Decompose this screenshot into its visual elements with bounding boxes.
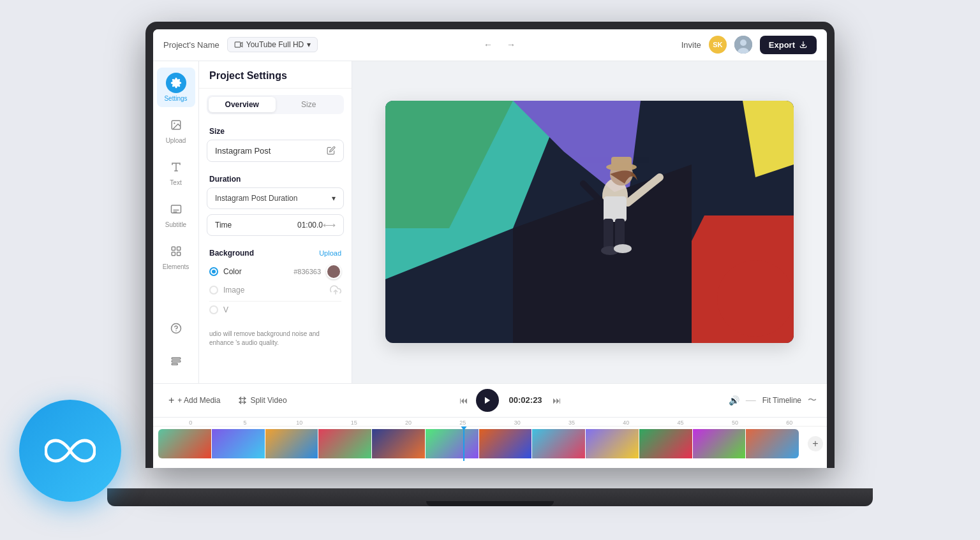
image-radio[interactable]	[209, 286, 218, 295]
format-label: YouTube Full HD	[246, 40, 304, 49]
help-icon-wrapper	[166, 318, 186, 339]
thumb-3	[265, 429, 318, 458]
video-option[interactable]: V	[209, 305, 341, 314]
svg-point-2	[740, 40, 746, 46]
chevron-down-icon: ▾	[307, 40, 311, 49]
svg-rect-10	[172, 247, 175, 250]
split-icon	[238, 396, 247, 405]
preview-canvas	[385, 101, 794, 343]
sidebar-item-history[interactable]	[157, 346, 195, 377]
background-section: Background Upload Color #836363	[199, 244, 352, 326]
timeline-ruler: 0 5 10 15 20 25 30 35 40 45 50 60	[153, 418, 827, 427]
split-video-label: Split Video	[250, 396, 286, 405]
thumb-8	[532, 429, 585, 458]
bg-header: Background Upload	[209, 249, 341, 258]
play-button[interactable]	[476, 389, 499, 412]
thumb-1	[158, 429, 211, 458]
duration-value: Instagram Post Duration	[215, 194, 297, 203]
format-selector[interactable]: YouTube Full HD ▾	[227, 37, 318, 52]
svg-rect-34	[604, 219, 613, 251]
svg-rect-15	[172, 358, 181, 359]
sidebar-item-upload[interactable]: Upload	[157, 110, 195, 149]
app-header: Project's Name YouTube Full HD ▾	[153, 29, 827, 61]
subtitle-icon-wrapper	[166, 199, 186, 219]
sidebar-settings-label: Settings	[164, 95, 187, 102]
export-button[interactable]: Export	[760, 36, 817, 54]
color-swatch[interactable]	[326, 264, 341, 279]
link-icon: ⟷	[323, 220, 336, 230]
playhead[interactable]	[463, 427, 464, 461]
video-icon	[234, 40, 243, 49]
bg-upload-button[interactable]: Upload	[319, 249, 341, 257]
svg-point-6	[174, 122, 175, 124]
settings-panel: Project Settings Overview Size Size Inst…	[199, 61, 352, 383]
video-preview	[385, 101, 794, 343]
sidebar-subtitle-label: Subtitle	[165, 221, 186, 228]
elements-icon	[170, 245, 182, 257]
color-radio[interactable]	[209, 267, 218, 276]
color-option[interactable]: Color #836363	[209, 264, 341, 279]
svg-rect-17	[172, 363, 177, 365]
duration-section-label: Duration	[199, 168, 352, 187]
history-icon-wrapper	[166, 351, 186, 372]
settings-panel-header: Project Settings	[199, 61, 352, 89]
sidebar-item-text[interactable]: Text	[157, 152, 195, 191]
sidebar-item-subtitle[interactable]: Subtitle	[157, 194, 195, 233]
time-input[interactable]: Time 01:00.0 ⟷	[207, 214, 344, 236]
text-icon	[170, 161, 182, 173]
user-photo	[734, 36, 752, 54]
pencil-icon	[327, 146, 336, 155]
svg-point-25	[717, 260, 794, 337]
tab-overview[interactable]: Overview	[209, 97, 276, 112]
settings-tabs: Overview Size	[207, 95, 344, 114]
add-media-button[interactable]: + + Add Media	[163, 391, 225, 409]
ruler-35: 35	[544, 420, 598, 426]
screen-frame: Project's Name YouTube Full HD ▾	[145, 22, 835, 468]
ruler-60: 60	[762, 420, 817, 426]
ruler-15: 15	[327, 420, 381, 426]
settings-icon-wrapper	[166, 73, 186, 93]
invite-button[interactable]: Invite	[681, 40, 701, 50]
thumb-10	[639, 429, 692, 458]
sidebar-upload-label: Upload	[166, 137, 186, 144]
thumb-2	[212, 429, 265, 458]
redo-button[interactable]: →	[502, 36, 520, 54]
chevron-down-icon: ▾	[332, 194, 336, 203]
tab-size[interactable]: Size	[276, 97, 343, 112]
add-clip-button[interactable]: +	[808, 436, 823, 451]
laptop-frame: Project's Name YouTube Full HD ▾	[107, 22, 873, 519]
svg-rect-33	[604, 196, 627, 222]
header-right: Invite SK Export	[681, 36, 817, 54]
image-option[interactable]: Image	[209, 284, 341, 296]
volume-button[interactable]: 🔊	[729, 395, 739, 405]
time-label: Time	[215, 221, 297, 230]
waveform-icon: 〜	[808, 395, 817, 406]
color-label: Color	[223, 267, 288, 276]
fast-forward-button[interactable]: ⏭	[553, 395, 561, 405]
fit-timeline-button[interactable]: Fit Timeline	[762, 396, 801, 405]
svg-rect-0	[235, 42, 241, 47]
undo-button[interactable]: ←	[479, 36, 497, 54]
sidebar-item-help[interactable]	[157, 313, 195, 344]
settings-icon	[170, 77, 182, 89]
thumb-11	[693, 429, 746, 458]
history-icon	[170, 356, 182, 367]
preview-area	[352, 61, 827, 383]
noise-description: udio will remove background noise and en…	[199, 326, 352, 351]
main-content: Settings	[153, 61, 827, 383]
add-media-icon: +	[168, 395, 174, 406]
split-video-button[interactable]: Split Video	[233, 393, 292, 408]
help-icon	[170, 323, 182, 334]
ruler-20: 20	[381, 420, 435, 426]
upload-icon-wrapper	[166, 115, 186, 135]
sidebar-item-elements[interactable]: Elements	[157, 236, 195, 275]
size-selector[interactable]: Instagram Post	[207, 140, 344, 162]
time-display: 00:02:23	[507, 395, 545, 405]
sidebar-item-settings[interactable]: Settings	[157, 68, 195, 107]
duration-selector[interactable]: Instagram Post Duration ▾	[207, 187, 344, 209]
video-radio[interactable]	[209, 305, 218, 314]
size-section-label: Size	[199, 120, 352, 140]
user-photo-img	[734, 36, 752, 54]
rewind-button[interactable]: ⏮	[459, 395, 468, 405]
upload-icon	[170, 119, 182, 131]
